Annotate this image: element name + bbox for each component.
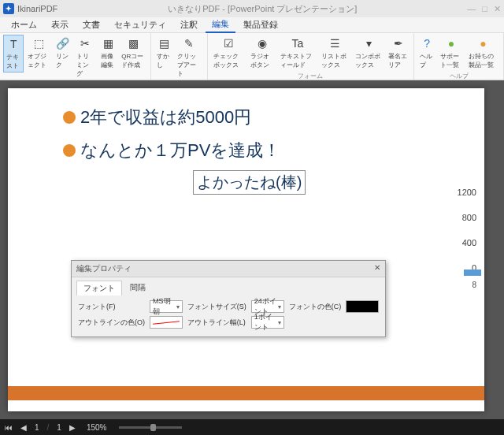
app-name: IkinariPDF	[17, 4, 57, 13]
size-select[interactable]: 24ポイント	[251, 300, 284, 313]
outline-width-select[interactable]: 1ポイント	[251, 316, 284, 329]
bullet-icon	[63, 144, 76, 157]
status-bar: ⏮ ◀ 1 / 1 ▶ 150%	[0, 419, 504, 435]
watermark-label: すかし	[157, 52, 171, 69]
menu-document[interactable]: 文書	[76, 17, 106, 32]
menu-edit[interactable]: 編集	[206, 17, 235, 33]
menu-register[interactable]: 製品登録	[237, 17, 284, 32]
link-tool-icon: 🔗	[56, 36, 70, 50]
nav-next-icon[interactable]: ▶	[69, 423, 76, 432]
watermark-icon: ▤	[157, 36, 171, 50]
textfield[interactable]: Taテキストフィールド	[278, 35, 317, 71]
qr-tool-label: QRコード作成	[121, 52, 145, 69]
trim-tool[interactable]: ✂トリミング	[74, 35, 97, 80]
textfield-icon: Ta	[291, 36, 305, 50]
checkbox[interactable]: ☑チェックボックス	[211, 35, 247, 71]
slide-page[interactable]: 2年で収益は約5000円 なんとか１万PVを達成！ よかったね(棒) 1200 …	[8, 88, 484, 411]
radiobtn-label: ラジオボタン	[250, 52, 274, 69]
products[interactable]: ●お持ちの製品一覧	[466, 35, 500, 71]
combobox-icon: ▾	[361, 36, 376, 50]
text-tool[interactable]: Tテキスト	[3, 35, 24, 72]
bullet-2[interactable]: なんとか１万PVを達成！	[80, 139, 280, 162]
help-label: ヘルプ	[420, 52, 434, 69]
slide-footer-bar	[8, 386, 484, 400]
help[interactable]: ?ヘルプ	[417, 35, 436, 71]
listbox-icon: ☰	[328, 36, 343, 50]
clipart-label: クリップアート	[177, 52, 201, 78]
products-label: お持ちの製品一覧	[469, 52, 498, 69]
text-tool-label: テキスト	[6, 53, 20, 70]
close-button[interactable]: ✕	[494, 4, 501, 14]
ytick: 400	[462, 238, 476, 247]
combobox[interactable]: ▾コンボボックス	[353, 35, 385, 71]
menu-home[interactable]: ホーム	[5, 17, 43, 32]
ytick: 1200	[458, 188, 476, 197]
qr-tool[interactable]: ▩QRコード作成	[119, 35, 147, 71]
font-select[interactable]: MS明朝	[150, 300, 183, 313]
sigarea[interactable]: ✒署名エリア	[386, 35, 410, 71]
canvas-area: 2年で収益は約5000円 なんとか１万PVを達成！ よかったね(棒) 1200 …	[0, 80, 504, 419]
window-title: いきなりPDF - [PowerPoint プレゼンテーション]	[57, 3, 467, 15]
color-label: フォントの色(C)	[289, 302, 342, 312]
outline-color-label: アウトラインの色(O)	[78, 318, 145, 328]
object-tool-label: オブジェクト	[28, 52, 50, 69]
trim-tool-icon: ✂	[78, 36, 92, 50]
support[interactable]: ●サポート一覧	[438, 35, 465, 71]
support-icon: ●	[444, 36, 458, 50]
font-color-picker[interactable]	[346, 300, 379, 313]
watermark[interactable]: ▤すかし	[154, 35, 173, 71]
combobox-label: コンボボックス	[355, 52, 383, 69]
support-label: サポート一覧	[440, 52, 462, 69]
clipart-icon: ✎	[182, 36, 196, 50]
chart-bar	[464, 270, 481, 276]
bullet-icon	[63, 111, 76, 124]
tab-font[interactable]: フォント	[76, 281, 122, 296]
checkbox-icon: ☑	[221, 36, 235, 50]
link-tool-label: リンク	[56, 52, 70, 69]
text-edit-box[interactable]: よかったね(棒)	[193, 170, 306, 195]
page-current: 1	[35, 423, 39, 432]
menu-security[interactable]: セキュリティ	[108, 17, 172, 32]
outline-width-label: アウトライン幅(L)	[187, 318, 246, 328]
size-label: フォントサイズ(S)	[187, 302, 246, 312]
dialog-close-icon[interactable]: ✕	[374, 263, 380, 274]
object-tool-icon: ⬚	[32, 36, 46, 50]
maximize-button[interactable]: □	[482, 4, 487, 14]
app-icon: ✦	[3, 3, 14, 14]
listbox[interactable]: ☰リストボックス	[319, 35, 351, 71]
zoom-slider[interactable]	[119, 426, 182, 429]
sigarea-icon: ✒	[391, 36, 406, 50]
image-edit-label: 画像編集	[101, 52, 115, 69]
ytick: 800	[462, 213, 476, 222]
minimize-button[interactable]: —	[467, 4, 476, 14]
radiobtn-icon: ◉	[255, 36, 269, 50]
tab-spacing[interactable]: 間隔	[124, 281, 152, 296]
checkbox-label: チェックボックス	[213, 52, 245, 69]
radiobtn[interactable]: ◉ラジオボタン	[248, 35, 276, 71]
menu-view[interactable]: 表示	[45, 17, 75, 32]
help-icon: ?	[420, 36, 434, 50]
outline-color-picker[interactable]	[150, 316, 183, 329]
menu-annot[interactable]: 注釈	[174, 17, 204, 32]
nav-prev-icon[interactable]: ◀	[20, 423, 27, 432]
text-tool-icon: T	[6, 37, 20, 51]
sigarea-label: 署名エリア	[388, 52, 408, 69]
image-edit[interactable]: ▦画像編集	[98, 35, 117, 71]
clipart[interactable]: ✎クリップアート	[175, 35, 203, 80]
link-tool[interactable]: 🔗リンク	[54, 35, 72, 71]
menu-bar: ホーム 表示 文書 セキュリティ 注釈 編集 製品登録	[0, 17, 504, 33]
qr-tool-icon: ▩	[126, 36, 140, 50]
page-total: 1	[57, 423, 61, 432]
object-tool[interactable]: ⬚オブジェクト	[25, 35, 52, 71]
zoom-value[interactable]: 150%	[87, 423, 107, 432]
listbox-label: リストボックス	[321, 52, 349, 69]
products-icon: ●	[476, 36, 490, 50]
dialog-title: 編集プロパティ	[76, 263, 132, 274]
textfield-label: テキストフィールド	[280, 52, 315, 69]
image-edit-icon: ▦	[101, 36, 115, 50]
ribbon: Tテキスト⬚オブジェクト🔗リンク✂トリミング▦画像編集▩QRコード作成編集 ▤す…	[0, 33, 504, 80]
chart-y-axis: 1200 800 400 0	[437, 188, 476, 273]
nav-first-icon[interactable]: ⏮	[5, 423, 13, 432]
bullet-1[interactable]: 2年で収益は約5000円	[80, 106, 251, 129]
title-bar: ✦ IkinariPDF いきなりPDF - [PowerPoint プレゼンテ…	[0, 0, 504, 17]
